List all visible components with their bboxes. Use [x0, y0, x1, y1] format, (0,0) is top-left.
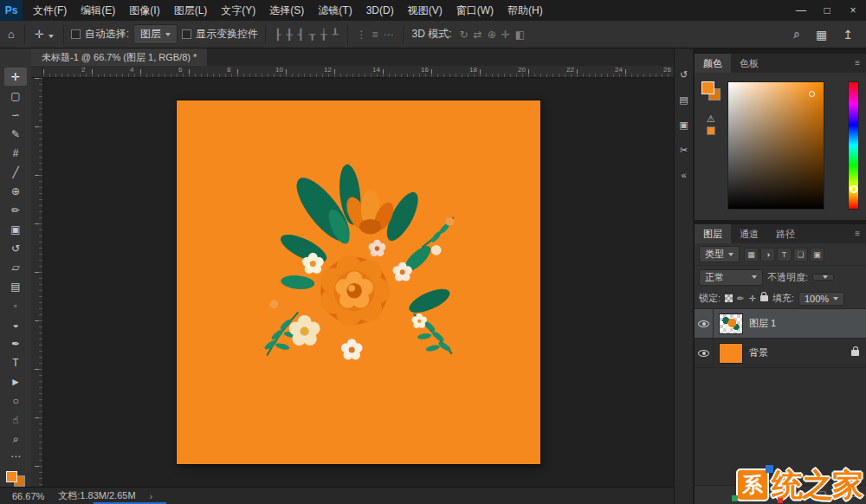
- layer-kind-filter-icon[interactable]: ❏: [793, 248, 808, 262]
- hue-slider[interactable]: [848, 81, 859, 210]
- tab-channels[interactable]: 通道: [731, 224, 767, 243]
- distribute-icon[interactable]: ⋮: [355, 29, 369, 41]
- search-icon[interactable]: ⌕: [791, 27, 803, 42]
- snapshot-panel-icon[interactable]: ✂: [680, 145, 688, 156]
- expand-panels-icon[interactable]: «: [681, 170, 686, 180]
- mode-3d-icon[interactable]: ✛: [500, 29, 512, 41]
- gradient-tool[interactable]: ▤: [4, 277, 27, 295]
- layer-kind-filter-icon[interactable]: ▦: [744, 248, 759, 262]
- color-field-cursor[interactable]: [809, 91, 815, 97]
- layer-thumbnail[interactable]: [719, 313, 743, 334]
- gamut-warning-icon[interactable]: ⚠: [707, 114, 715, 124]
- distribute-icon[interactable]: ≡: [371, 29, 380, 41]
- libraries-panel-icon[interactable]: ▣: [679, 120, 688, 131]
- saturation-brightness-field[interactable]: [727, 81, 824, 210]
- align-icon[interactable]: ╁: [319, 29, 328, 41]
- blend-mode-dropdown[interactable]: 正常: [699, 269, 763, 286]
- menu-item[interactable]: 3D(D): [359, 0, 401, 21]
- menu-item[interactable]: 选择(S): [262, 0, 311, 21]
- gamut-color-swatch[interactable]: [707, 126, 715, 135]
- menu-item[interactable]: 帮助(H): [501, 0, 550, 21]
- brush-tool[interactable]: ✏: [4, 201, 27, 219]
- layer-thumbnail[interactable]: [719, 343, 743, 364]
- crop-tool[interactable]: #: [4, 144, 27, 162]
- tab-layers[interactable]: 图层: [695, 224, 731, 243]
- menu-item[interactable]: 文件(F): [26, 0, 74, 21]
- lock-transparency-icon[interactable]: [725, 294, 733, 302]
- spot-healing-brush-tool[interactable]: ⊕: [4, 182, 27, 200]
- foreground-color-swatch[interactable]: [701, 81, 714, 94]
- align-icon[interactable]: ┸: [330, 29, 339, 41]
- background-lock-icon[interactable]: [851, 350, 859, 356]
- menu-item[interactable]: 图层(L): [167, 0, 215, 21]
- path-selection-tool[interactable]: ►: [4, 372, 27, 391]
- maximize-button[interactable]: □: [814, 0, 840, 21]
- hue-slider-cursor[interactable]: [850, 185, 857, 193]
- fill-dropdown[interactable]: 100%: [798, 292, 844, 306]
- history-panel-icon[interactable]: ↺: [680, 69, 688, 81]
- zoom-level[interactable]: 66.67%: [12, 491, 44, 501]
- tab-swatches[interactable]: 色板: [731, 54, 767, 73]
- foreground-background-swatches[interactable]: [701, 81, 721, 100]
- layer-filter-dropdown[interactable]: 类型: [699, 246, 740, 262]
- align-icon[interactable]: ┨: [296, 29, 306, 41]
- menu-item[interactable]: 文字(Y): [214, 0, 262, 21]
- ruler-origin-corner[interactable]: [31, 66, 43, 78]
- lock-position-icon[interactable]: ✛: [748, 294, 755, 303]
- menu-item[interactable]: 图像(I): [122, 0, 166, 21]
- layer-row-layer1[interactable]: 图层 1: [695, 309, 866, 339]
- align-icon[interactable]: ┠: [273, 29, 282, 41]
- lock-all-icon[interactable]: [760, 295, 768, 301]
- visibility-toggle[interactable]: [695, 309, 714, 338]
- menu-item[interactable]: 视图(V): [401, 0, 449, 21]
- mode-3d-icon[interactable]: ↻: [458, 29, 470, 41]
- menu-item[interactable]: 滤镜(T): [311, 0, 359, 21]
- visibility-toggle[interactable]: [695, 339, 714, 367]
- status-chevron-icon[interactable]: ›: [150, 491, 153, 501]
- horizontal-type-tool[interactable]: T: [4, 353, 27, 372]
- distribute-icon[interactable]: ⋯: [382, 29, 396, 41]
- clone-stamp-tool[interactable]: ▣: [4, 220, 27, 238]
- lasso-tool[interactable]: ∽: [4, 106, 27, 124]
- home-icon[interactable]: ⌂: [5, 28, 17, 41]
- eraser-tool[interactable]: ▱: [4, 258, 27, 276]
- history-brush-tool[interactable]: ↺: [4, 239, 27, 257]
- tab-color[interactable]: 颜色: [695, 54, 731, 73]
- horizontal-ruler[interactable]: 2468101214161820222426: [43, 66, 674, 78]
- workspace-switcher-icon[interactable]: ▦: [813, 28, 830, 42]
- edit-toolbar-icon[interactable]: ⋯: [10, 450, 21, 462]
- quick-selection-tool[interactable]: ✎: [4, 125, 27, 143]
- dodge-tool[interactable]: ◒: [4, 315, 27, 333]
- eyedropper-tool[interactable]: ╱: [4, 163, 27, 181]
- align-icon[interactable]: ┰: [307, 29, 317, 41]
- menu-item[interactable]: 编辑(E): [74, 0, 122, 21]
- auto-select-checkbox[interactable]: [71, 29, 81, 39]
- share-icon[interactable]: ↥: [840, 28, 856, 42]
- opacity-dropdown[interactable]: [812, 274, 834, 281]
- align-icon[interactable]: ╂: [284, 29, 294, 41]
- zoom-tool[interactable]: ⌕: [4, 430, 27, 448]
- minimize-button[interactable]: —: [788, 0, 814, 21]
- move-tool[interactable]: ✛: [4, 68, 27, 86]
- hand-tool[interactable]: ☝: [4, 410, 27, 429]
- layer-row-background[interactable]: 背景: [695, 339, 866, 368]
- vertical-ruler[interactable]: 246810121416: [31, 78, 43, 487]
- mode-3d-icon[interactable]: ⇄: [472, 29, 484, 41]
- menu-item[interactable]: 窗口(W): [449, 0, 501, 21]
- mode-3d-icon[interactable]: ◧: [514, 29, 527, 41]
- rectangular-marquee-tool[interactable]: ▢: [4, 87, 27, 105]
- panel-menu-icon[interactable]: ≡: [849, 54, 866, 73]
- foreground-background-colors[interactable]: [6, 471, 25, 487]
- document-tab[interactable]: 未标题-1 @ 66.7% (图层 1, RGB/8) *: [31, 48, 207, 66]
- layer-kind-filter-icon[interactable]: ◑: [760, 248, 775, 262]
- blur-tool[interactable]: ◦: [4, 296, 27, 314]
- lock-pixels-icon[interactable]: ✏: [737, 294, 744, 303]
- tab-paths[interactable]: 路径: [767, 224, 804, 243]
- auto-select-target-dropdown[interactable]: 图层: [133, 24, 178, 44]
- pen-tool[interactable]: ✒: [4, 334, 27, 352]
- layer-kind-filter-icon[interactable]: T: [777, 248, 792, 262]
- current-tool-icon[interactable]: ✛: [32, 28, 56, 41]
- show-transform-checkbox[interactable]: [182, 29, 191, 39]
- ellipse-tool[interactable]: ○: [4, 391, 27, 410]
- layer-kind-filter-icon[interactable]: ▣: [810, 248, 824, 262]
